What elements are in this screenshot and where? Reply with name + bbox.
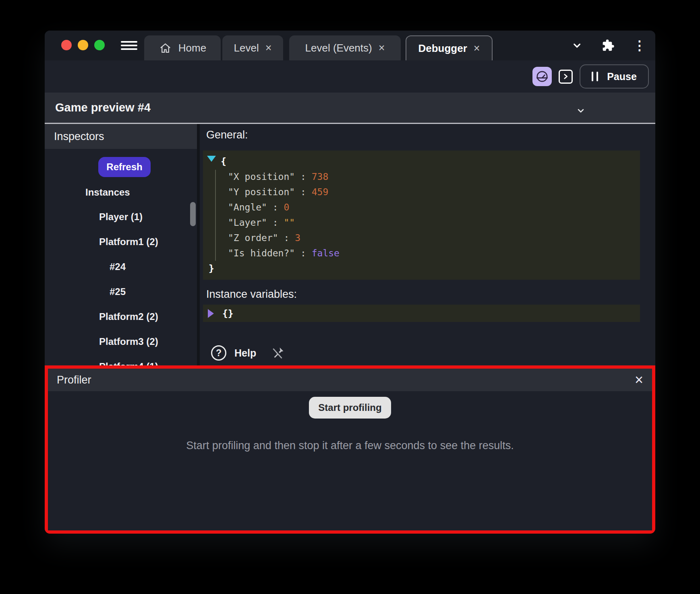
sidebar-item-platform3-2[interactable]: Platform3 (2) [99,335,158,349]
inspectors-header: Inspectors [45,124,197,149]
help-question-icon: ? [211,345,226,361]
expand-arrow-icon[interactable] [208,309,214,318]
start-profiling-button[interactable]: Start profiling [309,397,391,419]
tab-level-events[interactable]: Level (Events) × [289,35,401,60]
sidebar-item-player-1[interactable]: Player (1) [99,210,143,224]
debugger-content: Inspectors Refresh InstancesPlayer (1)Pl… [45,124,655,365]
json-property-row: "Y position" : 459 [228,184,328,200]
chevron-down-icon[interactable] [567,39,586,52]
refresh-button[interactable]: Refresh [98,157,151,177]
tab-close-icon[interactable]: × [379,43,385,54]
tab-label: Level (Events) [305,42,372,54]
pause-button[interactable]: Pause [580,64,649,89]
close-icon[interactable]: × [635,373,643,387]
chevron-down-icon[interactable] [576,105,586,116]
pause-icon [592,72,598,81]
tab-label: Level [234,42,259,54]
console-button[interactable] [559,70,573,84]
unpin-button[interactable] [271,346,285,360]
inspectors-tree: Refresh InstancesPlayer (1)Platform1 (2)… [45,149,197,365]
chevron-right-icon [561,72,570,81]
sidebar-item-platform1-2[interactable]: Platform1 (2) [99,235,158,249]
instance-inspector-panel: General: { "X position" : 738"Y position… [200,124,655,365]
json-property-row: "X position" : 738 [228,169,328,184]
pin-off-icon [271,346,285,360]
sidebar-scrollbar-thumb[interactable] [190,202,196,226]
tab-label: Debugger [418,42,467,55]
json-property-row: "Angle" : 0 [228,200,289,215]
profiler-title: Profiler [57,374,91,386]
json-property-row: "Z order" : 3 [228,230,300,245]
variables-value: {} [222,308,234,319]
instance-variables-tree: {} [203,305,640,322]
instance-variables-label: Instance variables: [206,288,297,301]
tree-guide-line [215,170,216,261]
titlebar-actions: ⋮ [567,31,655,60]
tab-home[interactable]: Home [144,35,221,60]
game-preview-header[interactable]: Game preview #4 [45,93,655,124]
close-brace: } [209,263,214,274]
debugger-toolbar: Pause [45,60,655,93]
profiler-panel: Profiler × Start profiling Start profili… [45,365,655,534]
sidebar-item-25[interactable]: #25 [110,285,126,299]
tab-bar: Home Level × Level (Events) × Debugger × [45,35,655,60]
extensions-puzzle-icon[interactable] [599,39,617,52]
json-property-row: "Layer" : "" [228,215,295,230]
json-property-row: "Is hidden?" : false [228,245,340,261]
help-label: Help [234,347,256,359]
titlebar: Home Level × Level (Events) × Debugger × [45,31,655,60]
tab-level[interactable]: Level × [222,35,283,60]
home-icon [159,41,172,55]
kebab-menu-icon[interactable]: ⋮ [630,38,649,53]
sidebar-item-platform4-1[interactable]: Platform4 (1) [99,360,158,365]
collapse-arrow-icon[interactable] [207,156,216,162]
pause-label: Pause [607,71,637,82]
profiler-body: Start profiling Start profiling and then… [48,391,652,530]
tab-debugger[interactable]: Debugger × [406,35,493,60]
help-button[interactable]: ? Help [211,345,256,361]
general-label: General: [206,129,248,141]
profiler-description: Start profiling and then stop it after a… [186,439,514,452]
gauge-icon [535,70,549,83]
general-json-tree: { "X position" : 738"Y position" : 459"A… [203,151,640,280]
sidebar-item-platform2-2[interactable]: Platform2 (2) [99,310,158,324]
tab-close-icon[interactable]: × [265,43,272,54]
sidebar-item-24[interactable]: #24 [110,260,126,274]
inspector-footer: ? Help [211,345,285,361]
sidebar-item-instances[interactable]: Instances [85,186,130,199]
profiler-gauge-button[interactable] [532,67,552,86]
tab-close-icon[interactable]: × [474,43,480,54]
open-brace: { [221,156,226,167]
profiler-header: Profiler × [48,369,652,391]
inspectors-sidebar: Inspectors Refresh InstancesPlayer (1)Pl… [45,124,197,365]
game-preview-title: Game preview #4 [55,101,151,114]
sidebar-divider [197,124,200,365]
tab-label: Home [178,42,206,54]
app-window: Home Level × Level (Events) × Debugger × [45,31,655,534]
